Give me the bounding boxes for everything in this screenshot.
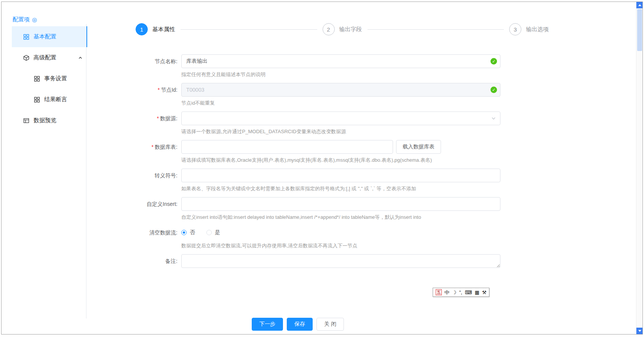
step-basic-properties[interactable]: 1 基本属性 xyxy=(136,23,175,35)
wrench-icon[interactable]: ⚒ xyxy=(482,290,487,295)
soft-keyboard-icon[interactable]: ⌨ xyxy=(465,290,472,295)
sidebar-title-text: 配置项 xyxy=(13,16,30,23)
radio-label: 否 xyxy=(190,229,195,236)
clear-stream-radio-group: 否 是 xyxy=(181,226,357,239)
custom-insert-input[interactable] xyxy=(181,197,500,211)
step-output-options[interactable]: 3 输出选项 xyxy=(509,23,549,35)
step-label: 输出字段 xyxy=(339,26,362,33)
datasource-select[interactable] xyxy=(181,112,500,125)
app-window: 配置项 ◎ 基本配置 高级配置 事务设置 结果断言 xyxy=(1,2,643,335)
sidebar: 配置项 ◎ 基本配置 高级配置 事务设置 结果断言 xyxy=(12,15,87,131)
sidebar-item-basic-config[interactable]: 基本配置 xyxy=(12,26,87,47)
field-label: *节点Id: xyxy=(136,83,177,107)
required-asterisk: * xyxy=(152,144,153,150)
main-panel: 1 基本属性 2 输出字段 3 输出选项 节点名称: xyxy=(136,23,549,274)
radio-option-no[interactable]: 否 xyxy=(181,229,195,236)
load-db-tables-button[interactable]: 载入数据库表 xyxy=(396,140,441,154)
required-asterisk: * xyxy=(158,87,160,93)
sidebar-item-label: 结果断言 xyxy=(44,96,67,103)
radio-button-icon xyxy=(206,230,212,235)
field-label: *数据库表: xyxy=(136,140,177,164)
field-label: 备注: xyxy=(136,254,177,269)
chinese-mode-icon[interactable]: 中 xyxy=(444,290,449,295)
vertical-scrollbar[interactable] xyxy=(636,2,642,334)
halfwidth-moon-icon[interactable]: ☽ xyxy=(452,290,457,295)
form-field-clear-stream: 清空数据流: 否 是 数据提交后立即清空数据流,可以提升内存使用率,清空后数据流… xyxy=(136,226,549,250)
sidebar-item-result-assertion[interactable]: 结果断言 xyxy=(12,89,87,110)
sidebar-item-label: 高级配置 xyxy=(34,54,56,61)
punctuation-icon[interactable]: ”, xyxy=(459,290,462,295)
step-label: 基本属性 xyxy=(152,26,175,33)
valid-check-icon: ✓ xyxy=(491,58,497,65)
field-help-text: 自定义insert into语句如:insert delayed into ta… xyxy=(181,213,500,221)
step-connector xyxy=(368,29,504,30)
chevron-up-icon[interactable] xyxy=(78,56,83,60)
ime-toolbar: 五 中 ☽ ”, ⌨ ▦ ⚒ xyxy=(433,288,489,297)
escape-symbol-input[interactable] xyxy=(181,169,500,182)
form-field-escape-symbol: 转义符号: 如果表名、字段名等为关键或中文名时需要加上各数据库指定的符号格式为:… xyxy=(136,169,549,193)
form-field-custom-insert: 自定义Insert: 自定义insert into语句如:insert dela… xyxy=(136,197,549,221)
cube-icon xyxy=(23,55,29,61)
valid-check-icon: ✓ xyxy=(491,87,497,93)
field-label: 转义符号: xyxy=(136,169,177,193)
scroll-down-button[interactable] xyxy=(636,328,643,334)
sidebar-item-transaction-settings[interactable]: 事务设置 xyxy=(12,68,87,89)
step-label: 输出选项 xyxy=(526,26,549,33)
step-output-fields[interactable]: 2 输出字段 xyxy=(323,23,362,35)
preview-table-icon xyxy=(23,118,29,124)
settings-target-icon[interactable]: ◎ xyxy=(32,17,37,22)
radio-button-icon xyxy=(181,230,187,235)
node-name-input[interactable] xyxy=(181,54,500,68)
sidebar-divider xyxy=(86,24,86,319)
step-number: 2 xyxy=(323,23,335,35)
radio-label: 是 xyxy=(215,229,220,236)
grid-icon xyxy=(34,76,40,82)
triangle-up-icon xyxy=(638,4,641,6)
form-field-db-table: *数据库表: 载入数据库表 请选择或填写数据库表名,Oracle支持(用户.表名… xyxy=(136,140,549,164)
field-label: 清空数据流: xyxy=(136,226,177,250)
chevron-down-icon xyxy=(491,116,496,121)
remark-textarea[interactable] xyxy=(181,254,500,268)
step-number: 1 xyxy=(136,23,148,35)
field-help-text: 节点id不能重复 xyxy=(181,99,500,107)
toolbox-icon[interactable]: ▦ xyxy=(475,290,479,295)
form-field-node-id: *节点Id: ✓ 节点id不能重复 xyxy=(136,83,549,107)
field-label: 节点名称: xyxy=(136,54,177,78)
wubi-mode-icon[interactable]: 五 xyxy=(436,289,442,295)
sidebar-item-label: 数据预览 xyxy=(34,117,56,124)
sidebar-item-label: 基本配置 xyxy=(34,33,56,40)
form-field-remark: 备注: xyxy=(136,254,549,269)
db-table-input[interactable] xyxy=(181,140,393,154)
step-connector xyxy=(181,29,317,30)
field-label: 自定义Insert: xyxy=(136,197,177,221)
scroll-up-button[interactable] xyxy=(636,2,643,8)
wizard-stepper: 1 基本属性 2 输出字段 3 输出选项 xyxy=(136,23,549,35)
sidebar-nav: 基本配置 高级配置 事务设置 结果断言 数据预览 xyxy=(12,26,87,131)
field-help-text: 如果表名、字段名等为关键或中文名时需要加上各数据库指定的符号格式为:[,] 或 … xyxy=(181,185,500,193)
footer-actions: 下一步 保存 关 闭 xyxy=(252,318,344,331)
field-help-text: 请选择一个数据源,允许通过P_MODEL_DATASRCID变量来动态改变数据源 xyxy=(181,128,500,135)
node-config-form: 节点名称: ✓ 指定任何有意义且能描述本节点的说明 *节点Id: ✓ xyxy=(136,54,549,269)
field-help-text: 请选择或填写数据库表名,Oracle支持(用户.表名),mysql支持(库名.表… xyxy=(181,156,441,164)
field-help-text: 数据提交后立即清空数据流,可以提升内存使用率,清空后数据流不再流入下一节点 xyxy=(181,242,357,250)
close-button[interactable]: 关 闭 xyxy=(316,318,344,331)
node-id-input xyxy=(181,83,500,97)
grid-icon xyxy=(34,97,40,103)
grid-icon xyxy=(23,34,29,40)
field-help-text: 指定任何有意义且能描述本节点的说明 xyxy=(181,71,500,78)
save-button[interactable]: 保存 xyxy=(287,318,313,331)
triangle-down-icon xyxy=(638,330,641,332)
sidebar-item-advanced-config[interactable]: 高级配置 xyxy=(12,47,87,68)
next-step-button[interactable]: 下一步 xyxy=(252,318,283,331)
sidebar-item-data-preview[interactable]: 数据预览 xyxy=(12,110,87,131)
sidebar-item-label: 事务设置 xyxy=(44,75,67,82)
sidebar-title: 配置项 ◎ xyxy=(12,15,87,24)
form-field-node-name: 节点名称: ✓ 指定任何有意义且能描述本节点的说明 xyxy=(136,54,549,78)
scrollbar-thumb[interactable] xyxy=(637,9,642,51)
required-asterisk: * xyxy=(157,115,159,121)
form-field-datasource: *数据源: 请选择一个数据源,允许通过P_MODEL_DATASRCID变量来动… xyxy=(136,112,549,135)
step-number: 3 xyxy=(509,23,521,35)
radio-option-yes[interactable]: 是 xyxy=(206,229,220,236)
field-label: *数据源: xyxy=(136,112,177,135)
